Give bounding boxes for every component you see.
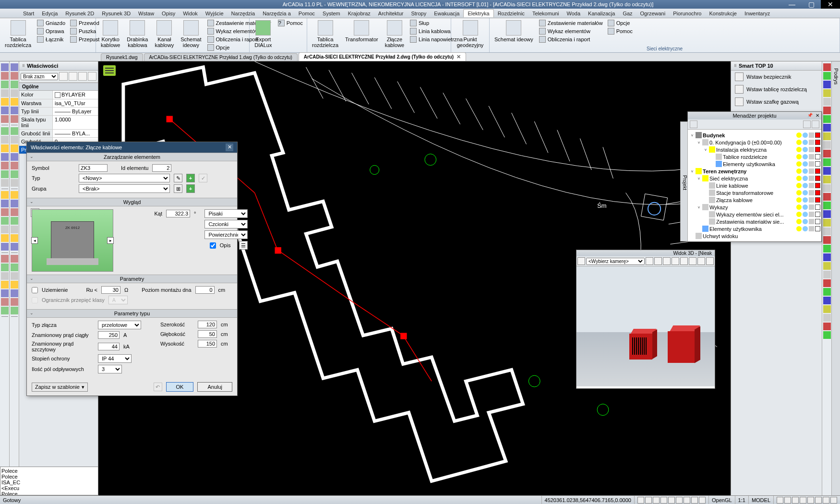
dialog-close-icon[interactable]: ✕ [226,144,233,151]
lt1-tool-26[interactable] [1,298,9,306]
menu-telekomuni[interactable]: Telekomuni [528,10,563,17]
typ-ok-icon[interactable]: ✓ [199,174,207,182]
rb-korytko[interactable]: Korytko kablowe [99,19,122,49]
tz-select[interactable]: przelotowe [98,321,141,329]
rt-tool-5[interactable] [823,107,831,114]
pm-pin-icon[interactable]: 📌 [807,113,813,118]
prop-t4[interactable] [88,72,96,81]
rb-kanal[interactable]: Kanał kablowy [153,19,176,49]
prop-t2[interactable] [69,72,77,81]
menu-opisy[interactable]: Opisy [158,10,179,17]
rb-trafo[interactable]: Transformator [343,19,380,43]
rt-tool-14[interactable] [823,184,831,192]
pm-tree-item[interactable]: Elementy użytkownika [689,160,820,168]
menu-ogrzewani[interactable]: Ogrzewani [636,10,670,17]
lt2-tool-16[interactable] [11,208,18,216]
save-template-button[interactable]: Zapisz w szablonie▾ [32,383,88,392]
grupa-select[interactable]: <Brak> [79,184,170,193]
opis-cfg-icon[interactable]: ☰ [239,241,248,250]
v3d-i1[interactable] [577,257,585,265]
pm-tree-item[interactable]: vWykazy [689,204,820,211]
rt-tool-2[interactable] [823,81,831,88]
lt2-tool-20[interactable] [11,243,18,251]
menu-konstrukcje[interactable]: Konstrukcje [705,10,740,17]
rt-tool-23[interactable] [823,262,831,270]
lt2-tool-3[interactable] [11,89,18,97]
lt1-tool-25[interactable] [1,289,9,297]
menu-gaz[interactable]: Gaz [619,10,636,17]
lt2-tool-15[interactable] [11,200,18,207]
rt-tool-1[interactable] [823,72,831,80]
minimize-button[interactable]: — [782,0,802,9]
rt-tool-22[interactable] [823,253,831,261]
szer-input[interactable] [198,321,217,328]
lt2-tool-27[interactable] [11,307,18,314]
menu-stropy[interactable]: Stropy [407,10,430,17]
pm-close-icon[interactable]: ✕ [816,113,819,118]
prop-row[interactable]: Typ linii——— ByLayer [19,108,98,116]
lt2-tool-25[interactable] [11,289,18,297]
rt-tool-16[interactable] [823,202,831,209]
s-e1[interactable] [777,497,783,504]
ok-button[interactable]: OK [166,382,194,392]
s-e2[interactable] [784,497,791,504]
menu-edycja[interactable]: Edycja [38,10,61,17]
rt-tool-18[interactable] [823,219,831,227]
lt1-tool-9[interactable] [1,144,9,152]
lt2-tool-5[interactable] [11,107,18,114]
rt-tool-20[interactable] [823,236,831,244]
rt-tool-10[interactable] [823,150,831,157]
camera-select[interactable]: <Wybierz kamerę> [586,258,645,265]
lt2-tool-7[interactable] [11,127,18,135]
rt-tool-25[interactable] [823,279,831,287]
s-i7[interactable] [684,497,690,504]
lt1-tool-17[interactable] [1,217,9,225]
rg1a-2[interactable]: Łącznik [36,36,66,43]
rt-tool-4[interactable] [823,98,831,106]
doctab[interactable]: ArCADia-SIECI ELEKTRYCZNE Przykład 1.dwg… [144,53,298,61]
rt-tool-8[interactable] [823,132,831,140]
rt-tool-19[interactable] [823,228,831,235]
rt-tool-21[interactable] [823,245,831,252]
lt1-tool-23[interactable] [1,272,9,280]
pm-tree-item[interactable]: vSieć elektryczna [689,175,820,182]
ru-input[interactable] [101,286,120,294]
lt2-tool-21[interactable] [11,255,18,263]
lt1-tool-6[interactable] [1,115,9,123]
kat-input[interactable] [166,210,190,217]
menu-wstaw[interactable]: Wstaw [134,10,158,17]
s-e5[interactable] [807,497,814,504]
v3d-i6[interactable] [680,257,688,265]
rt-tool-3[interactable] [823,89,831,97]
pm-tree-item[interactable]: Zestawienia materiałów sie... [689,218,820,225]
menu-woda[interactable]: Woda [563,10,585,17]
menu-elektryka[interactable]: Elektryka [463,9,493,17]
s-i8[interactable] [691,497,698,504]
menu-wyjście[interactable]: Wyjście [202,10,228,17]
lt2-tool-11[interactable] [11,162,18,169]
stoch-select[interactable]: IP 44 [98,354,132,363]
menu-widok[interactable]: Widok [179,10,202,17]
pm-t2[interactable] [803,120,811,128]
pm-tree-item[interactable]: Wykazy elementów sieci el... [689,211,820,218]
uziem-check[interactable] [32,287,38,293]
pisaki-select[interactable]: Pisaki [204,209,248,218]
rt-tool-13[interactable] [823,176,831,183]
menu-krajobraz[interactable]: Krajobraz [344,10,374,17]
prop-t1[interactable] [59,72,68,81]
preview-prev-icon[interactable]: ◂ [31,237,38,244]
menu-rysunek 2d[interactable]: Rysunek 2D [61,10,98,17]
rt-tool-6[interactable] [823,115,831,123]
maximize-button[interactable]: ▢ [802,0,821,9]
rt-tool-17[interactable] [823,210,831,218]
rg7b-1[interactable]: Pomoc [607,27,634,35]
rt-tool-26[interactable] [823,288,831,296]
czcionki-select[interactable]: Czcionki [204,220,248,228]
rb-zlacze[interactable]: Złącze kablowe [383,19,406,49]
lt2-tool-22[interactable] [11,264,18,271]
prop-row[interactable]: Skala typu linii1.0000 [19,116,98,130]
symbol-input[interactable] [79,164,108,172]
rb-pomoc1[interactable]: ?Pomoc [277,19,304,27]
rt-tool-15[interactable] [823,193,831,201]
v3d-i3[interactable] [654,257,662,265]
